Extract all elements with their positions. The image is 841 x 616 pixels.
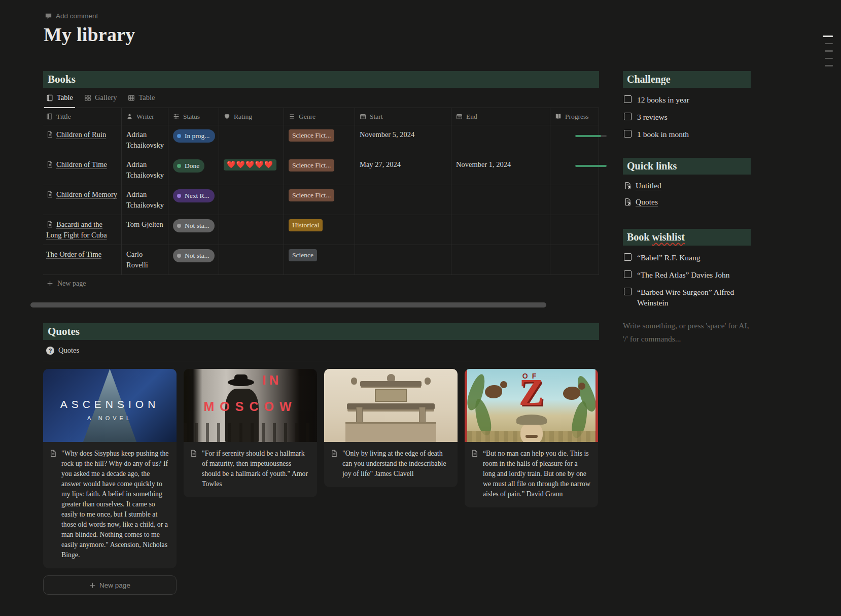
genre-cell[interactable]: Science Fict... [284, 185, 355, 215]
todo-item[interactable]: 3 reviews [624, 112, 751, 122]
wishlist-item[interactable]: “Barbed Wire Surgeon” Alfred Weinstein [624, 287, 751, 308]
status-cell[interactable]: Done [168, 155, 219, 185]
tab-table-2[interactable]: Table [128, 88, 155, 108]
outline-line[interactable] [825, 65, 833, 66]
status-pill: Not sta... [173, 219, 215, 232]
outline-line[interactable] [825, 58, 833, 59]
progress-cell[interactable] [550, 155, 599, 185]
progress-cell[interactable] [550, 215, 599, 245]
challenge-title: Challenge [627, 74, 671, 85]
writer-cell[interactable]: Tom Gjelten [122, 215, 168, 245]
monkey-art [485, 385, 502, 398]
tab-quotes[interactable]: Quotes [58, 346, 79, 355]
start-date-cell[interactable] [355, 185, 451, 215]
writer-cell[interactable]: Adrian Tchaikovsky [122, 185, 168, 215]
todo-item[interactable]: 1 book in month [624, 129, 751, 140]
wishlist-item[interactable]: “Babel” R.F. Kuang [624, 252, 751, 263]
start-date-cell[interactable]: November 5, 2024 [355, 125, 451, 155]
page-link-icon [624, 198, 632, 206]
title-cell[interactable]: Children of Ruin [43, 125, 122, 155]
column-header-rating[interactable]: Rating [219, 108, 284, 125]
quote-card-ascension[interactable]: ASCENSION A NOVEL "Why does Sisyphus kee… [43, 369, 177, 568]
status-dot [177, 224, 181, 228]
start-date-cell[interactable] [355, 215, 451, 245]
question-bubble-icon: ? [46, 347, 54, 355]
checkbox-unchecked[interactable] [624, 270, 632, 278]
end-date-cell[interactable]: November 1, 2024 [451, 155, 550, 185]
genre-cell[interactable]: Science Fict... [284, 125, 355, 155]
add-comment-button[interactable]: Add comment [45, 12, 98, 20]
checkbox-unchecked[interactable] [624, 288, 632, 295]
end-date-cell[interactable] [451, 185, 550, 215]
column-header-title[interactable]: Tittle [43, 108, 122, 125]
checkbox-unchecked[interactable] [624, 113, 632, 120]
column-header-end[interactable]: End [451, 108, 550, 125]
column-header-progress[interactable]: Progress [550, 108, 599, 125]
outline-line[interactable] [825, 50, 833, 52]
end-date-cell[interactable] [451, 215, 550, 245]
progress-cell[interactable] [550, 185, 599, 215]
quote-card-moscow[interactable]: IN MOSCOW "For if serenity should be a h… [184, 369, 317, 497]
tab-table-1[interactable]: Table [46, 88, 73, 108]
wishlist-item[interactable]: “The Red Atlas” Davies John [624, 269, 751, 280]
column-header-genre[interactable]: Genre [284, 108, 355, 125]
gallery-new-page-button[interactable]: New page [43, 575, 177, 595]
start-date-cell[interactable] [355, 245, 451, 275]
title-cell[interactable]: Bacardi and the Long Fight for Cuba [43, 215, 122, 245]
wishlist-section: Book wishlist “Babel” R.F. Kuang “The Re… [623, 229, 751, 346]
status-cell[interactable]: Not sta... [168, 245, 219, 275]
editor-placeholder[interactable]: Write something, or press 'space' for AI… [623, 319, 751, 346]
quote-card-lost-city-of-z[interactable]: OF Z “But no man can help you die. This … [465, 369, 598, 507]
genre-cell[interactable]: Historical [284, 215, 355, 245]
genre-cell[interactable]: Science [284, 245, 355, 275]
page-icon [46, 221, 53, 228]
page-link-quotes[interactable]: Quotes [624, 197, 751, 207]
genre-cell[interactable]: Science Fict... [284, 155, 355, 185]
calendar-icon [360, 113, 366, 120]
checkbox-unchecked[interactable] [624, 95, 632, 103]
quote-card-gate[interactable]: "Only by living at the edge of death can… [324, 369, 458, 487]
outline-indicator[interactable] [823, 36, 833, 66]
start-date-cell[interactable]: May 27, 2024 [355, 155, 451, 185]
horizontal-scrollbar[interactable] [30, 302, 546, 307]
checkbox-unchecked[interactable] [624, 253, 632, 261]
end-date-cell[interactable] [451, 245, 550, 275]
books-section-title: Books [48, 73, 76, 86]
outline-line[interactable] [825, 43, 833, 45]
status-cell[interactable]: Next R... [168, 185, 219, 215]
writer-cell[interactable]: Adrian Tchaikovsky [122, 125, 168, 155]
todo-item[interactable]: 12 books in year [624, 94, 751, 105]
progress-bar [575, 165, 607, 167]
page-icon [471, 450, 478, 457]
progress-cell[interactable] [550, 245, 599, 275]
title-cell[interactable]: Children of Memory [43, 185, 122, 215]
status-dot [177, 134, 181, 138]
rating-cell[interactable] [219, 245, 284, 275]
outline-line-active[interactable] [823, 36, 833, 37]
table-header-row: Tittle Writer Status [43, 108, 599, 125]
status-cell[interactable]: In prog... [168, 125, 219, 155]
rating-cell[interactable]: ❤️❤️❤️❤️❤️ [219, 155, 284, 185]
rating-cell[interactable] [219, 215, 284, 245]
cover-title: IN [262, 372, 282, 388]
end-date-cell[interactable] [451, 125, 550, 155]
column-header-status[interactable]: Status [168, 108, 219, 125]
balcony-art [184, 423, 317, 442]
rating-cell[interactable] [219, 185, 284, 215]
table-row: Bacardi and the Long Fight for Cuba Tom … [43, 215, 599, 245]
writer-cell[interactable]: Carlo Rovelli [122, 245, 168, 275]
status-cell[interactable]: Not sta... [168, 215, 219, 245]
rating-cell[interactable] [219, 125, 284, 155]
title-cell[interactable]: The Order of Time [43, 245, 122, 275]
page-link-untitled[interactable]: Untitled [624, 181, 751, 190]
column-header-writer[interactable]: Writer [122, 108, 168, 125]
column-header-start[interactable]: Start [355, 108, 451, 125]
checkbox-unchecked[interactable] [624, 130, 632, 138]
title-cell[interactable]: Children of Time [43, 155, 122, 185]
table-new-page-button[interactable]: New page [43, 275, 599, 292]
books-table: Tittle Writer Status [43, 108, 599, 292]
tab-gallery[interactable]: Gallery [84, 88, 117, 108]
progress-cell[interactable] [550, 125, 599, 155]
person-icon [126, 113, 133, 120]
writer-cell[interactable]: Adrian Tchaikovsky [122, 155, 168, 185]
